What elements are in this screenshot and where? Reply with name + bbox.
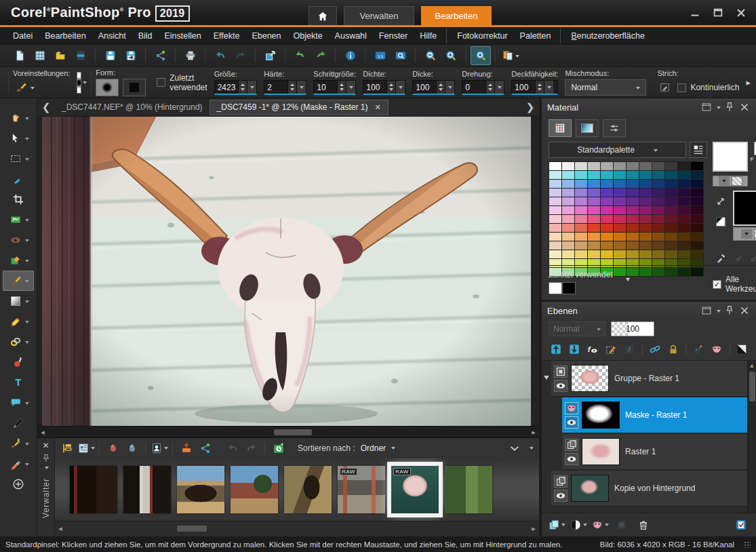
redo-button[interactable]: [231, 46, 251, 65]
zoom-100-button[interactable]: 1:1: [370, 46, 391, 65]
layer-row[interactable]: Raster 1: [562, 434, 747, 471]
palette-swatch[interactable]: [691, 215, 703, 223]
palette-swatch[interactable]: [588, 171, 600, 179]
palette-swatch[interactable]: [588, 241, 600, 250]
save-button[interactable]: [100, 46, 121, 65]
mask-overlay-button[interactable]: [734, 340, 751, 358]
menu-item[interactable]: Objekte: [287, 28, 329, 43]
menu-item[interactable]: Fenster: [373, 28, 414, 43]
toolbar-grip[interactable]: [8, 71, 9, 94]
scroll-handle[interactable]: [274, 429, 312, 435]
palette-swatch[interactable]: [549, 250, 561, 258]
toolbar-grip[interactable]: [91, 71, 92, 94]
palette-swatch[interactable]: [665, 206, 677, 214]
palette-swatch[interactable]: [601, 162, 613, 170]
text-tool[interactable]: T: [3, 372, 34, 393]
background-texture-button[interactable]: [754, 229, 756, 239]
organizer-tab-label[interactable]: Verwalter: [41, 478, 51, 518]
background-color-swatch[interactable]: [733, 191, 756, 226]
undo-button[interactable]: [210, 46, 231, 65]
new-image-button[interactable]: [9, 46, 30, 65]
layer-thumbnail[interactable]: [582, 438, 620, 465]
new-mask-layer-button[interactable]: [591, 516, 610, 534]
organizer-undo-button[interactable]: [223, 439, 242, 457]
palette-swatch[interactable]: [639, 197, 652, 205]
palette-dropdown[interactable]: Standardpalette: [549, 142, 686, 158]
share-button[interactable]: [151, 46, 171, 65]
browse-button[interactable]: [30, 46, 50, 65]
palette-swatch[interactable]: [626, 250, 639, 258]
thumbnail-sign[interactable]: [70, 466, 117, 513]
palette-swatch[interactable]: [588, 224, 600, 232]
palette-swatch[interactable]: [588, 197, 600, 205]
palette-swatch[interactable]: [652, 241, 664, 250]
palette-swatch[interactable]: [588, 250, 600, 258]
zoom-fit-button[interactable]: [391, 46, 411, 65]
print-button[interactable]: [180, 46, 201, 65]
close-button[interactable]: [733, 5, 749, 20]
place-tag-button[interactable]: [123, 439, 142, 457]
menu-item[interactable]: Bild: [132, 28, 159, 43]
palette-swatch[interactable]: [639, 215, 652, 223]
tab-verwalten[interactable]: Verwalten: [344, 6, 414, 25]
clone-tool[interactable]: [3, 332, 34, 352]
recent-color-white[interactable]: [549, 282, 562, 294]
palette-swatch[interactable]: [626, 180, 639, 188]
layer-name[interactable]: Raster 1: [625, 447, 656, 456]
palette-swatch[interactable]: [626, 215, 639, 223]
palette-swatch[interactable]: [601, 206, 613, 214]
spinner-slider-button[interactable]: [494, 81, 504, 94]
palette-swatch[interactable]: [652, 180, 664, 188]
resize-grip[interactable]: [744, 541, 751, 548]
new-layer-group-button[interactable]: [612, 516, 631, 534]
palette-swatch[interactable]: [665, 250, 677, 258]
organizer-close-icon[interactable]: ✕: [42, 441, 49, 450]
spinner-value[interactable]: 0: [462, 81, 485, 94]
menu-item[interactable]: Einstellen: [159, 28, 207, 43]
palette-swatch[interactable]: [601, 233, 613, 241]
sliders-tab[interactable]: [603, 119, 626, 137]
palette-swatch[interactable]: [665, 233, 677, 241]
palette-swatch[interactable]: [562, 224, 574, 232]
palette-swatch[interactable]: [691, 189, 703, 197]
palette-swatch[interactable]: [639, 189, 652, 197]
palette-swatch[interactable]: [652, 233, 664, 241]
upload-button[interactable]: [177, 439, 196, 457]
palette-swatch[interactable]: [549, 206, 561, 214]
palette-swatch[interactable]: [691, 180, 703, 188]
palette-swatch[interactable]: [601, 180, 613, 188]
spinner-value[interactable]: 2: [264, 81, 287, 94]
scroll-left-arrow[interactable]: ◂: [37, 428, 48, 437]
more-tools-button[interactable]: [3, 474, 34, 494]
rotate-left-button[interactable]: [290, 46, 311, 65]
foreground-style-button[interactable]: [719, 176, 730, 186]
preview-mode-button[interactable]: [150, 439, 169, 457]
palette-swatch[interactable]: [614, 250, 626, 258]
thumbnail-red-house[interactable]: [231, 466, 278, 513]
mini-dropper-icon[interactable]: [733, 250, 744, 267]
new-layer-button[interactable]: [547, 516, 566, 534]
blend-mode-dropdown[interactable]: Normal: [565, 79, 646, 96]
palette-swatch[interactable]: [575, 189, 587, 197]
palette-swatch[interactable]: [562, 189, 574, 197]
palette-swatch[interactable]: [678, 162, 690, 170]
palette-swatch[interactable]: [665, 224, 677, 232]
palette-swatch[interactable]: [691, 162, 703, 170]
scroll-handle[interactable]: [749, 372, 755, 401]
zoom-out-button[interactable]: [420, 46, 441, 65]
palette-swatch[interactable]: [588, 233, 600, 241]
spinner-arrows[interactable]: [535, 81, 544, 94]
palette-swatch[interactable]: [588, 206, 600, 214]
palette-swatch[interactable]: [614, 171, 626, 179]
palette-swatch[interactable]: [691, 241, 703, 250]
thumbnail-junkyard[interactable]: [284, 466, 332, 513]
move-layer-up-button[interactable]: [547, 340, 564, 358]
panel-pin-icon[interactable]: [723, 101, 736, 113]
spinner-slider-button[interactable]: [296, 81, 306, 94]
tab-bearbeiten[interactable]: Bearbeiten: [421, 6, 492, 25]
spinner-arrows[interactable]: [238, 81, 247, 94]
palette-swatch[interactable]: [575, 197, 587, 205]
palette-swatch[interactable]: [626, 241, 639, 250]
swap-colors-icon[interactable]: [713, 193, 729, 210]
scroll-track[interactable]: [66, 525, 528, 532]
